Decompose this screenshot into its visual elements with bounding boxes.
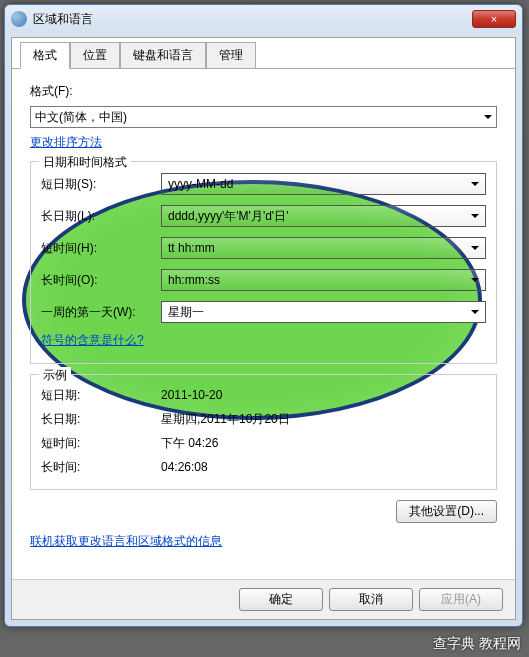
- titlebar[interactable]: 区域和语言 ×: [5, 5, 522, 33]
- short-time-select[interactable]: tt hh:mm: [161, 237, 486, 259]
- datetime-format-group: 日期和时间格式 短日期(S): yyyy-MM-dd 长日期(L): dddd,…: [30, 161, 497, 364]
- first-day-label: 一周的第一天(W):: [41, 304, 161, 321]
- close-button[interactable]: ×: [472, 10, 516, 28]
- ex-short-time-value: 下午 04:26: [161, 435, 486, 452]
- apply-button[interactable]: 应用(A): [419, 588, 503, 611]
- ex-long-date-label: 长日期:: [41, 411, 161, 428]
- tab-location[interactable]: 位置: [70, 42, 120, 68]
- first-day-select[interactable]: 星期一: [161, 301, 486, 323]
- globe-icon: [11, 11, 27, 27]
- window-title: 区域和语言: [33, 11, 472, 28]
- short-time-value: tt hh:mm: [168, 241, 215, 255]
- long-date-value: dddd,yyyy'年'M'月'd'日': [168, 208, 288, 225]
- first-day-value: 星期一: [168, 304, 204, 321]
- tab-strip: 格式 位置 键盘和语言 管理: [12, 38, 515, 69]
- ex-long-time-label: 长时间:: [41, 459, 161, 476]
- watermark-text: 查字典 教程网: [433, 635, 521, 653]
- symbols-meaning-link[interactable]: 符号的含意是什么?: [41, 333, 144, 347]
- ex-long-time-value: 04:26:08: [161, 460, 486, 474]
- example-title: 示例: [39, 367, 71, 384]
- format-label: 格式(F):: [30, 83, 497, 100]
- ex-short-date-value: 2011-10-20: [161, 388, 486, 402]
- long-time-label: 长时间(O):: [41, 272, 161, 289]
- ex-short-date-label: 短日期:: [41, 387, 161, 404]
- tab-keyboard[interactable]: 键盘和语言: [120, 42, 206, 68]
- tab-admin[interactable]: 管理: [206, 42, 256, 68]
- ok-button[interactable]: 确定: [239, 588, 323, 611]
- short-time-label: 短时间(H):: [41, 240, 161, 257]
- change-sort-link[interactable]: 更改排序方法: [30, 135, 102, 149]
- long-time-value: hh:mm:ss: [168, 273, 220, 287]
- ex-long-date-value: 星期四,2011年10月20日: [161, 411, 486, 428]
- long-date-label: 长日期(L):: [41, 208, 161, 225]
- format-select-value: 中文(简体，中国): [35, 109, 127, 126]
- tab-format[interactable]: 格式: [20, 42, 70, 69]
- cancel-button[interactable]: 取消: [329, 588, 413, 611]
- short-date-value: yyyy-MM-dd: [168, 177, 233, 191]
- example-group: 示例 短日期: 2011-10-20 长日期: 星期四,2011年10月20日 …: [30, 374, 497, 490]
- short-date-label: 短日期(S):: [41, 176, 161, 193]
- long-time-select[interactable]: hh:mm:ss: [161, 269, 486, 291]
- dialog-button-bar: 确定 取消 应用(A): [12, 579, 515, 619]
- online-info-link[interactable]: 联机获取更改语言和区域格式的信息: [30, 534, 222, 548]
- ex-short-time-label: 短时间:: [41, 435, 161, 452]
- long-date-select[interactable]: dddd,yyyy'年'M'月'd'日': [161, 205, 486, 227]
- format-select[interactable]: 中文(简体，中国): [30, 106, 497, 128]
- other-settings-button[interactable]: 其他设置(D)...: [396, 500, 497, 523]
- short-date-select[interactable]: yyyy-MM-dd: [161, 173, 486, 195]
- datetime-format-title: 日期和时间格式: [39, 154, 131, 171]
